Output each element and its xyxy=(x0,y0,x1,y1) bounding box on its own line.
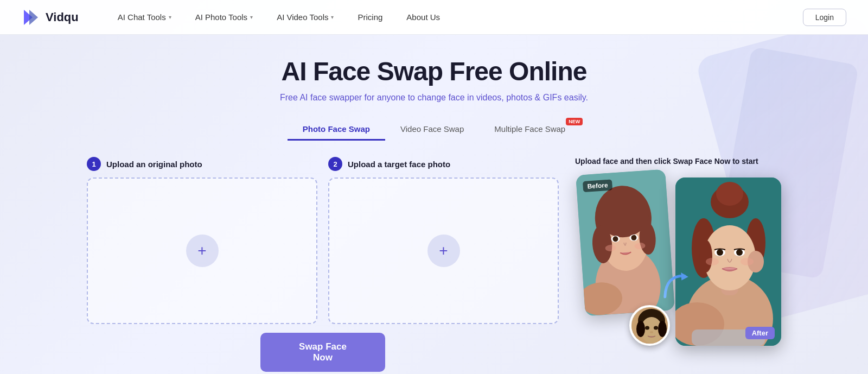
header: Vidqu AI Chat Tools ▾ AI Photo Tools ▾ A… xyxy=(0,0,868,35)
after-card: After xyxy=(675,178,781,346)
svg-point-34 xyxy=(706,258,719,265)
svg-point-29 xyxy=(699,240,712,272)
main-nav: AI Chat Tools ▾ AI Photo Tools ▾ AI Vide… xyxy=(106,0,803,35)
svg-marker-1 xyxy=(29,10,38,25)
upload-box-original[interactable]: + xyxy=(87,178,317,324)
tab-photo-face-swap[interactable]: Photo Face Swap xyxy=(288,119,385,141)
page-title: AI Face Swap Free Online xyxy=(87,56,781,86)
svg-point-43 xyxy=(645,326,649,330)
svg-point-42 xyxy=(658,321,667,337)
upload-plus-icon-2: + xyxy=(427,234,460,267)
before-tag: Before xyxy=(583,179,612,192)
upload-box-target[interactable]: + xyxy=(328,178,559,324)
svg-point-32 xyxy=(717,249,723,256)
tabs-container: Photo Face Swap Video Face Swap Multiple… xyxy=(87,119,781,141)
login-button[interactable]: Login xyxy=(803,9,846,26)
preview-images: Before xyxy=(575,172,781,357)
nav-ai-chat-tools[interactable]: AI Chat Tools ▾ xyxy=(106,0,183,35)
logo[interactable]: Vidqu xyxy=(22,8,79,27)
page-subtitle: Free AI face swapper for anyone to chang… xyxy=(87,93,781,103)
nav-ai-photo-tools[interactable]: AI Photo Tools ▾ xyxy=(183,0,265,35)
nav-ai-video-tools[interactable]: AI Video Tools ▾ xyxy=(265,0,346,35)
preview-area: Upload face and then click Swap Face Now… xyxy=(575,157,781,357)
swap-face-button[interactable]: Swap Face Now xyxy=(260,333,385,372)
upload-panel-2: 2 Upload a target face photo + xyxy=(328,157,559,324)
result-label: Upload face and then click Swap Face Now… xyxy=(575,157,781,166)
brand-name: Vidqu xyxy=(46,10,79,24)
svg-point-45 xyxy=(650,331,653,333)
svg-point-44 xyxy=(654,326,658,330)
after-tag: After xyxy=(745,327,775,339)
swap-section: Swap Face Now High quality 1080p ? xyxy=(87,333,559,374)
tab-video-face-swap[interactable]: Video Face Swap xyxy=(385,119,479,141)
svg-point-19 xyxy=(716,182,743,206)
chevron-down-icon: ▾ xyxy=(250,14,253,20)
main-content: AI Face Swap Free Online Free AI face sw… xyxy=(54,35,814,374)
svg-point-41 xyxy=(636,321,645,337)
chevron-down-icon: ▾ xyxy=(169,14,171,20)
nav-about-us[interactable]: About Us xyxy=(394,0,452,35)
new-badge: NEW xyxy=(566,118,583,125)
svg-rect-28 xyxy=(753,251,756,262)
svg-rect-27 xyxy=(757,252,760,262)
source-avatar xyxy=(629,305,670,346)
tool-area: 1 Upload an original photo + 2 Upload a … xyxy=(87,157,781,374)
upload-plus-icon: + xyxy=(186,234,219,267)
svg-point-33 xyxy=(736,249,743,256)
chevron-down-icon: ▾ xyxy=(331,14,334,20)
upload-section: 1 Upload an original photo + 2 Upload a … xyxy=(87,157,559,374)
tab-multiple-face-swap[interactable]: Multiple Face Swap NEW xyxy=(479,119,580,141)
step-2-number: 2 xyxy=(328,157,342,171)
step-1-label: 1 Upload an original photo xyxy=(87,157,317,171)
before-card: Before xyxy=(576,169,675,316)
upload-panel-1: 1 Upload an original photo + xyxy=(87,157,317,324)
nav-pricing[interactable]: Pricing xyxy=(346,0,394,35)
step-1-number: 1 xyxy=(87,157,101,171)
step-2-label: 2 Upload a target face photo xyxy=(328,157,559,171)
svg-point-35 xyxy=(741,258,754,265)
